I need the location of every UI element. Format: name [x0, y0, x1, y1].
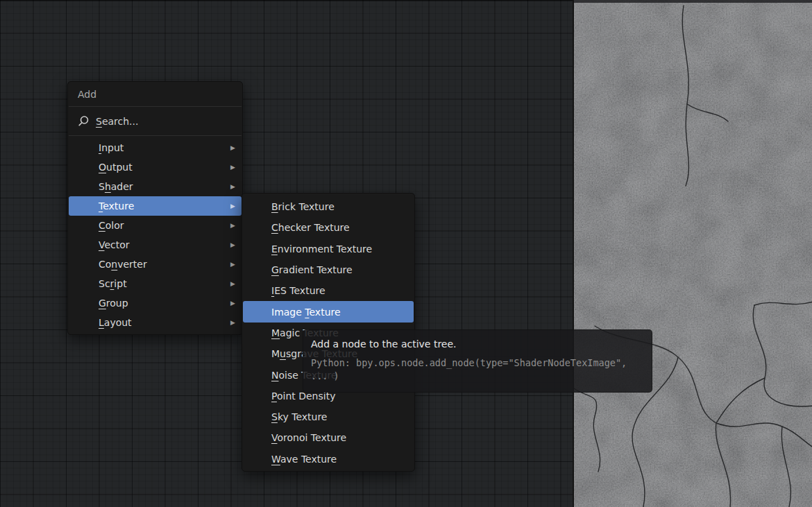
chevron-right-icon: ▶ [230, 164, 235, 171]
node-search-field[interactable]: Search... [68, 107, 242, 135]
menu-item-voronoi-texture[interactable]: Voronoi Texture [243, 427, 414, 448]
menu-item-label: Brick Texture [271, 201, 335, 212]
chevron-right-icon: ▶ [230, 300, 235, 307]
chevron-right-icon: ▶ [230, 145, 235, 151]
menu-item-group[interactable]: Group ▶ [69, 293, 242, 313]
menu-item-script[interactable]: Script ▶ [69, 274, 242, 293]
tooltip: Add a node to the active tree. Python: b… [303, 329, 652, 393]
search-icon [78, 115, 90, 127]
menu-item-vector[interactable]: Vector ▶ [69, 235, 242, 255]
menu-item-input[interactable]: Input ▶ [69, 138, 242, 157]
add-menu-items: Input ▶ Output ▶ Shader ▶ Texture ▶ Colo… [68, 136, 242, 336]
menu-item-label: Texture [99, 200, 134, 212]
menu-item-label: Script [99, 278, 127, 289]
menu-item-label: Image Texture [271, 307, 341, 318]
menu-item-label: Vector [99, 239, 130, 250]
menu-item-layout[interactable]: Layout ▶ [69, 313, 242, 332]
menu-item-checker-texture[interactable]: Checker Texture [243, 217, 414, 238]
asphalt-texture-image [574, 0, 812, 507]
menu-item-label: Input [99, 142, 124, 153]
chevron-right-icon: ▶ [230, 184, 235, 190]
menu-item-label: Layout [99, 317, 132, 328]
menu-item-image-texture[interactable]: Image Texture [243, 301, 414, 322]
menu-item-color[interactable]: Color ▶ [69, 216, 242, 235]
menu-item-converter[interactable]: Converter ▶ [69, 255, 242, 274]
tooltip-description: Add a node to the active tree. [311, 338, 645, 350]
menu-item-sky-texture[interactable]: Sky Texture [243, 406, 414, 427]
menu-item-gradient-texture[interactable]: Gradient Texture [243, 259, 414, 280]
tooltip-python-continuation: ... ) [311, 370, 645, 383]
menu-item-label: Wave Texture [271, 454, 337, 465]
menu-item-label: Output [99, 162, 133, 173]
chevron-right-icon: ▶ [230, 261, 235, 268]
menu-item-environment-texture[interactable]: Environment Texture [243, 239, 414, 259]
menu-item-label: IES Texture [271, 285, 325, 296]
menu-item-label: Checker Texture [271, 222, 350, 233]
menu-item-shader[interactable]: Shader ▶ [69, 177, 242, 196]
chevron-right-icon: ▶ [230, 320, 235, 326]
chevron-right-icon: ▶ [230, 203, 235, 209]
menu-item-label: Group [99, 298, 128, 309]
menu-item-texture[interactable]: Texture ▶ [69, 196, 242, 216]
chevron-right-icon: ▶ [230, 242, 235, 248]
menu-item-label: Environment Texture [271, 243, 372, 255]
menu-title: Add [68, 82, 242, 106]
menu-item-label: Sky Texture [271, 411, 327, 422]
tooltip-python-line: Python: bpy.ops.node.add_node(type="Shad… [311, 356, 645, 370]
menu-item-output[interactable]: Output ▶ [69, 157, 242, 177]
menu-item-label: Gradient Texture [271, 264, 353, 275]
chevron-right-icon: ▶ [230, 223, 235, 229]
menu-item-wave-texture[interactable]: Wave Texture [243, 449, 414, 470]
chevron-right-icon: ▶ [230, 281, 235, 287]
search-placeholder: Search... [96, 116, 138, 127]
menu-item-label: Color [99, 220, 124, 231]
add-node-menu: Add Search... Input ▶ Output ▶ Shader ▶ … [67, 81, 243, 335]
menu-item-brick-texture[interactable]: Brick Texture [243, 196, 414, 217]
menu-item-label: Converter [99, 259, 147, 270]
menu-item-label: Voronoi Texture [271, 432, 346, 443]
image-texture-preview [573, 0, 812, 507]
menu-item-ies-texture[interactable]: IES Texture [243, 280, 414, 301]
menu-item-label: Shader [99, 181, 133, 192]
